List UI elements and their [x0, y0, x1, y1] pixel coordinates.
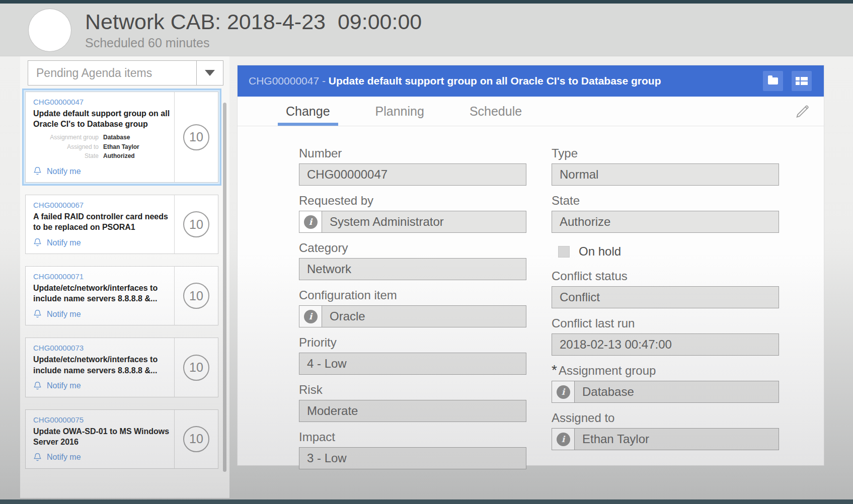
reference-info-icon[interactable]: i	[299, 211, 322, 233]
field-row: Normal	[552, 163, 779, 186]
record-header-title: CHG00000047 - Update default support gro…	[249, 75, 661, 87]
agenda-item-card: CHG00000073 Update/etc/network/interface…	[25, 338, 218, 397]
field-label: Priority	[299, 335, 526, 350]
duration-badge: 10	[183, 355, 209, 381]
tab-label: Planning	[375, 104, 424, 119]
agenda-item-id-link[interactable]: CHG00000067	[33, 201, 170, 209]
record-header: CHG00000047 - Update default support gro…	[238, 65, 824, 97]
info-icon: i	[304, 215, 318, 229]
field-label: Requested by	[299, 194, 526, 208]
field-row: CHG00000047	[299, 163, 526, 186]
field-row: i Database	[552, 381, 779, 403]
on-hold-checkbox[interactable]	[558, 246, 570, 258]
agenda-item-side: 10	[174, 410, 218, 468]
folder-icon	[768, 77, 778, 85]
edit-button[interactable]	[794, 103, 812, 121]
tab-label: Schedule	[470, 104, 522, 119]
agenda-item[interactable]: CHG00000075 Update OWA-SD-01 to MS Windo…	[22, 406, 221, 472]
notify-me-label: Notify me	[47, 381, 81, 390]
notify-me-label: Notify me	[47, 453, 81, 462]
notify-me-button[interactable]: Notify me	[33, 166, 81, 176]
tab-schedule[interactable]: Schedule	[464, 97, 527, 126]
agenda-item-main: CHG00000047 Update default support group…	[26, 92, 174, 182]
reference-info-icon[interactable]: i	[552, 381, 575, 403]
field-label: Impact	[299, 430, 526, 444]
meeting-header: Network CAB: 2018-4-23 09:00:00 Schedule…	[0, 4, 853, 56]
agenda-item[interactable]: CHG00000047 Update default support group…	[22, 89, 221, 186]
agenda-item-id-link[interactable]: CHG00000075	[33, 415, 170, 424]
form-field: Priority 4 - Low	[299, 335, 526, 375]
agenda-item-title: Update default support group on all Orac…	[33, 108, 170, 129]
field-row: i System Administrator	[299, 211, 526, 233]
record-number: CHG00000047 -	[249, 75, 329, 87]
form-field: Configuration item i Oracle	[299, 288, 526, 327]
meeting-header-text: Network CAB: 2018-4-23 09:00:00 Schedule…	[85, 10, 422, 50]
agenda-item[interactable]: CHG00000067 A failed RAID controller car…	[22, 192, 221, 257]
reference-info-icon[interactable]: i	[299, 305, 322, 327]
bell-icon	[33, 453, 42, 462]
duration-badge: 10	[183, 211, 209, 237]
form-field: Requested by i System Administrator	[299, 194, 526, 233]
field-label: Conflict status	[552, 269, 779, 283]
duration-badge: 10	[183, 283, 209, 309]
form-field: Impact 3 - Low	[299, 430, 526, 469]
field-row: 4 - Low	[299, 353, 526, 375]
notify-me-button[interactable]: Notify me	[33, 381, 81, 391]
sidebar-scrollbar-thumb[interactable]	[223, 103, 226, 472]
tab-planning[interactable]: Planning	[370, 97, 429, 126]
agenda-item-main: CHG00000075 Update OWA-SD-01 to MS Windo…	[26, 410, 174, 468]
notify-me-button[interactable]: Notify me	[33, 309, 81, 319]
field-label: Configuration item	[299, 288, 526, 302]
agenda-detail-row: State Authorized	[33, 151, 170, 161]
page-title: Network CAB: 2018-4-23 09:00:00	[85, 10, 422, 34]
agenda-item-main: CHG00000073 Update/etc/network/interface…	[26, 338, 174, 396]
field-input: Oracle	[322, 305, 526, 327]
info-icon: i	[304, 310, 318, 323]
field-input: Network	[299, 258, 526, 280]
field-input: 4 - Low	[299, 353, 526, 375]
notify-me-label: Notify me	[47, 167, 81, 176]
tab-label: Change	[286, 104, 330, 119]
agenda-item-id-link[interactable]: CHG00000047	[33, 98, 170, 106]
agenda-item-title: Update/etc/network/interfaces to include…	[33, 283, 170, 304]
notes-view-button[interactable]	[763, 71, 783, 91]
duration-badge: 10	[183, 426, 209, 452]
agenda-item-card: CHG00000047 Update default support group…	[25, 92, 218, 183]
agenda-item-details: Assignment group Database Assigned to Et…	[33, 133, 170, 161]
grid-view-button[interactable]	[792, 71, 812, 91]
agenda-item-title: A failed RAID controller card needs to b…	[33, 211, 170, 232]
field-label: *Assignment group	[552, 364, 779, 378]
agenda-filter-dropdown[interactable]: Pending Agenda items	[28, 60, 223, 86]
field-input: CHG00000047	[299, 163, 526, 186]
field-row: i Ethan Taylor	[552, 428, 779, 450]
notify-me-button[interactable]: Notify me	[33, 238, 81, 247]
agenda-item-id-link[interactable]: CHG00000071	[33, 272, 170, 281]
field-row: Conflict	[552, 286, 779, 308]
field-input: Moderate	[299, 400, 526, 422]
field-label: State	[552, 194, 779, 208]
agenda-item-main: CHG00000067 A failed RAID controller car…	[26, 195, 174, 254]
notify-me-button[interactable]: Notify me	[33, 453, 81, 462]
chevron-down-icon	[205, 70, 215, 76]
agenda-sidebar: Pending Agenda items CHG00000047 Update …	[20, 56, 229, 498]
tab-change[interactable]: Change	[281, 97, 335, 126]
change-record-panel: CHG00000047 - Update default support gro…	[238, 65, 824, 465]
agenda-item-card: CHG00000067 A failed RAID controller car…	[25, 195, 218, 254]
dropdown-arrow-button[interactable]	[196, 61, 223, 85]
form-checkbox-field: On hold	[558, 241, 779, 262]
agenda-item-id-link[interactable]: CHG00000073	[33, 344, 170, 352]
agenda-item-title: Update/etc/network/interfaces to include…	[33, 354, 170, 375]
agenda-detail-row: Assigned to Ethan Taylor	[33, 142, 170, 152]
reference-info-icon[interactable]: i	[552, 428, 575, 450]
agenda-item-side: 10	[174, 267, 218, 325]
agenda-item[interactable]: CHG00000073 Update/etc/network/interface…	[22, 334, 221, 400]
agenda-item[interactable]: CHG00000071 Update/etc/network/interface…	[22, 263, 221, 328]
field-input: System Administrator	[322, 211, 526, 233]
agenda-detail-label: Assignment group	[33, 133, 103, 142]
duration-badge: 10	[183, 124, 209, 150]
bell-icon	[33, 238, 42, 247]
agenda-detail-value: Ethan Taylor	[103, 142, 139, 152]
field-row: Authorize	[552, 211, 779, 233]
field-input: Authorize	[552, 211, 779, 233]
field-row: Moderate	[299, 400, 526, 422]
